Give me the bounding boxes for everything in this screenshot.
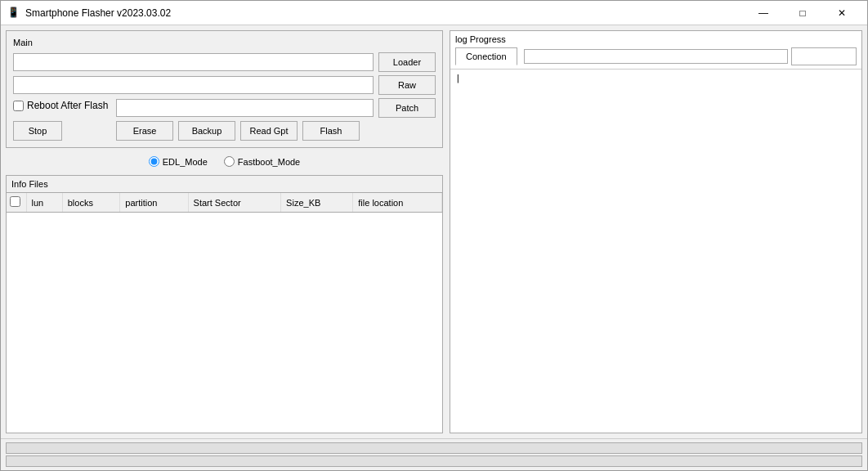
log-tabs-row: Conection: [450, 46, 861, 70]
right-panel: log Progress Conection |: [450, 30, 862, 433]
reboot-row: Reboot After Flash Patch: [13, 98, 436, 118]
raw-button[interactable]: Raw: [378, 75, 436, 95]
reboot-checkbox-row: Reboot After Flash: [13, 100, 108, 111]
maximize-button[interactable]: □: [784, 4, 821, 22]
flash-button[interactable]: Flash: [302, 121, 360, 141]
info-files-header: Info Files: [7, 176, 442, 193]
edl-mode-label[interactable]: EDL_Mode: [149, 156, 208, 167]
minimize-button[interactable]: —: [745, 4, 782, 22]
select-all-checkbox[interactable]: [10, 196, 20, 207]
bottom-bars: [1, 438, 867, 470]
info-files-table-container[interactable]: lun blocks partition Start Sector Size_K…: [7, 193, 442, 433]
content-area: Main Loader Raw Reboot After Flash: [1, 25, 867, 438]
log-content[interactable]: |: [450, 70, 861, 433]
title-controls: — □ ✕: [745, 4, 861, 22]
reboot-checkbox[interactable]: [13, 101, 24, 111]
patch-input[interactable]: [116, 99, 374, 117]
close-button[interactable]: ✕: [823, 4, 861, 22]
progress-bar-1: [6, 442, 862, 454]
left-panel: Main Loader Raw Reboot After Flash: [6, 30, 443, 433]
loader-input[interactable]: [13, 53, 374, 71]
edl-mode-radio[interactable]: [149, 156, 159, 167]
connection-tab[interactable]: Conection: [455, 47, 517, 65]
window-title: Smartphone Flasher v2023.03.02: [25, 7, 171, 19]
loader-button[interactable]: Loader: [378, 52, 436, 72]
fastboot-mode-radio[interactable]: [224, 156, 235, 167]
log-cursor: |: [455, 73, 461, 83]
col-size-kb: Size_KB: [281, 193, 353, 213]
main-section-header: Main: [13, 38, 436, 47]
info-files-section: Info Files lun blocks partition Sta: [6, 175, 443, 433]
col-partition: partition: [120, 193, 188, 213]
input-row-1: Loader: [13, 52, 436, 72]
mode-row: EDL_Mode Fastboot_Mode: [6, 151, 443, 172]
main-window: 📱 Smartphone Flasher v2023.03.02 — □ ✕ M…: [0, 0, 868, 471]
raw-input[interactable]: [13, 76, 374, 94]
stop-button[interactable]: Stop: [13, 121, 62, 141]
fastboot-mode-label[interactable]: Fastboot_Mode: [224, 156, 300, 167]
col-checkbox: [7, 193, 26, 213]
log-search-input[interactable]: [524, 49, 788, 64]
col-file-location: file location: [353, 193, 442, 213]
progress-bar-2: [6, 455, 862, 467]
patch-button[interactable]: Patch: [378, 98, 436, 118]
col-lun: lun: [26, 193, 62, 213]
log-extra-input[interactable]: [791, 47, 857, 65]
title-bar: 📱 Smartphone Flasher v2023.03.02 — □ ✕: [1, 1, 867, 25]
reboot-checkbox-label: Reboot After Flash: [27, 100, 108, 111]
col-start-sector: Start Sector: [188, 193, 281, 213]
backup-button[interactable]: Backup: [178, 121, 235, 141]
info-files-table: lun blocks partition Start Sector Size_K…: [7, 193, 442, 213]
edl-mode-text: EDL_Mode: [163, 157, 208, 167]
table-header-row: lun blocks partition Start Sector Size_K…: [7, 193, 442, 213]
title-bar-left: 📱 Smartphone Flasher v2023.03.02: [7, 7, 171, 20]
erase-button[interactable]: Erase: [116, 121, 173, 141]
read-gpt-button[interactable]: Read Gpt: [240, 121, 298, 141]
action-button-row: Stop Erase Backup Read Gpt Flash: [13, 121, 436, 141]
log-header: log Progress: [450, 31, 861, 46]
input-row-2: Raw: [13, 75, 436, 95]
app-icon: 📱: [7, 7, 20, 20]
main-section: Main Loader Raw Reboot After Flash: [6, 30, 443, 148]
fastboot-mode-text: Fastboot_Mode: [238, 157, 300, 167]
col-blocks: blocks: [62, 193, 120, 213]
